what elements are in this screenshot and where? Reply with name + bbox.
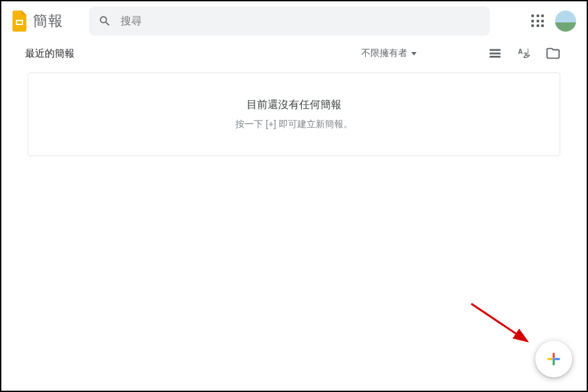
header-right: [530, 11, 576, 32]
header: 簡報: [1, 1, 587, 41]
svg-rect-8: [552, 358, 554, 360]
svg-rect-4: [552, 353, 554, 358]
svg-rect-6: [552, 360, 554, 366]
toolbar: 最近的簡報 不限擁有者 A Z: [1, 41, 587, 72]
arrow-annotation: [465, 298, 537, 351]
empty-state-title: 目前還沒有任何簡報: [28, 98, 560, 112]
search-bar[interactable]: [89, 7, 490, 36]
apps-launcher-icon[interactable]: [530, 13, 546, 29]
search-icon: [98, 14, 111, 28]
owner-filter-label: 不限擁有者: [361, 47, 407, 59]
avatar-image: [555, 11, 576, 32]
svg-rect-7: [548, 358, 553, 360]
folder-icon[interactable]: [546, 46, 560, 61]
search-wrap: [89, 7, 490, 36]
sort-az-icon[interactable]: A Z: [517, 46, 531, 61]
owner-filter-dropdown[interactable]: 不限擁有者: [356, 45, 422, 62]
plus-icon: [544, 350, 563, 368]
svg-text:A: A: [518, 48, 523, 55]
search-input[interactable]: [121, 15, 481, 27]
svg-line-9: [471, 304, 527, 341]
empty-state-subtitle: 按一下 [+] 即可建立新簡報。: [28, 119, 560, 130]
section-title: 最近的簡報: [25, 47, 74, 60]
app-title: 簡報: [33, 11, 63, 31]
create-new-fab[interactable]: [535, 341, 572, 378]
list-view-icon[interactable]: [488, 46, 502, 61]
logo-block[interactable]: 簡報: [12, 11, 63, 32]
tool-icons: A Z: [488, 46, 560, 61]
empty-state-card: 目前還沒有任何簡報 按一下 [+] 即可建立新簡報。: [28, 72, 560, 156]
avatar[interactable]: [555, 11, 576, 32]
chevron-down-icon: [411, 52, 417, 55]
svg-rect-1: [17, 21, 22, 24]
slides-logo-icon: [12, 11, 28, 32]
svg-rect-5: [555, 358, 560, 360]
